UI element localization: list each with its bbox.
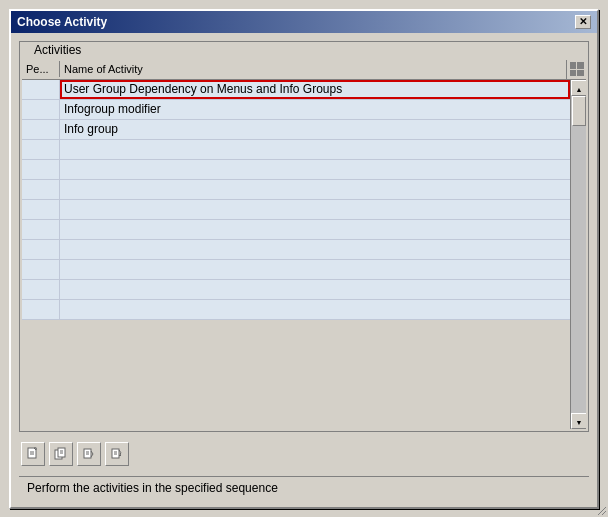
cell-pe-5 xyxy=(22,180,60,199)
resize-icon xyxy=(594,503,606,515)
table-settings-icon[interactable] xyxy=(566,60,586,79)
move-icon xyxy=(82,447,96,461)
cell-name-7 xyxy=(60,220,570,239)
cell-pe-7 xyxy=(22,220,60,239)
cell-name-8 xyxy=(60,240,570,259)
table-row xyxy=(22,300,570,320)
toolbar-btn-1[interactable] xyxy=(21,442,45,466)
title-bar: Choose Activity ✕ xyxy=(11,11,597,33)
arrow-down-icon xyxy=(576,414,583,428)
cell-pe-11 xyxy=(22,300,60,319)
svg-line-15 xyxy=(602,511,606,515)
cell-name-6 xyxy=(60,200,570,219)
cell-name-1: Infogroup modifier xyxy=(60,100,570,119)
cell-pe-2 xyxy=(22,120,60,139)
refresh-icon xyxy=(110,447,124,461)
toolbar-btn-2[interactable] xyxy=(49,442,73,466)
activity-table: Pe... Name of Activity xyxy=(22,60,586,429)
toolbar-btn-4[interactable] xyxy=(105,442,129,466)
scroll-thumb[interactable] xyxy=(572,96,586,126)
cell-pe-4 xyxy=(22,160,60,179)
table-row xyxy=(22,200,570,220)
table-row xyxy=(22,180,570,200)
cell-pe-3 xyxy=(22,140,60,159)
cell-name-3 xyxy=(60,140,570,159)
activities-group: Activities Pe... Name of Activity xyxy=(19,41,589,432)
arrow-up-icon xyxy=(576,81,583,95)
table-rows: User Group Dependency on Menus and Info … xyxy=(22,80,570,429)
copy-icon xyxy=(54,447,68,461)
cell-name-10 xyxy=(60,280,570,299)
table-scroll-area: User Group Dependency on Menus and Info … xyxy=(22,80,586,429)
svg-line-14 xyxy=(598,507,606,515)
dialog-window: Choose Activity ✕ Activities Pe... Name … xyxy=(9,9,599,509)
dialog-title: Choose Activity xyxy=(17,15,107,29)
resize-handle[interactable] xyxy=(594,503,606,515)
table-row xyxy=(22,220,570,240)
toolbar-btn-3[interactable] xyxy=(77,442,101,466)
cell-pe-6 xyxy=(22,200,60,219)
scroll-down-button[interactable] xyxy=(571,413,586,429)
cell-name-4 xyxy=(60,160,570,179)
scroll-up-button[interactable] xyxy=(571,80,586,96)
status-text: Perform the activities in the specified … xyxy=(27,481,278,495)
table-row xyxy=(22,140,570,160)
cell-name-11 xyxy=(60,300,570,319)
vertical-scrollbar xyxy=(570,80,586,429)
dialog-body: Activities Pe... Name of Activity xyxy=(11,33,597,507)
table-header: Pe... Name of Activity xyxy=(22,60,586,80)
table-row xyxy=(22,280,570,300)
group-label: Activities xyxy=(30,41,85,59)
cell-pe-0 xyxy=(22,80,60,99)
toolbar xyxy=(19,438,589,470)
scroll-track[interactable] xyxy=(571,96,586,413)
cell-pe-8 xyxy=(22,240,60,259)
table-row[interactable]: Infogroup modifier xyxy=(22,100,570,120)
col-name-header: Name of Activity xyxy=(60,61,566,77)
new-icon xyxy=(26,447,40,461)
cell-pe-9 xyxy=(22,260,60,279)
table-row[interactable]: User Group Dependency on Menus and Info … xyxy=(22,80,570,100)
cell-name-0: User Group Dependency on Menus and Info … xyxy=(60,80,570,99)
table-row xyxy=(22,260,570,280)
col-pe-header: Pe... xyxy=(22,61,60,77)
table-row xyxy=(22,160,570,180)
cell-name-9 xyxy=(60,260,570,279)
status-bar: Perform the activities in the specified … xyxy=(19,476,589,499)
cell-pe-10 xyxy=(22,280,60,299)
cell-pe-1 xyxy=(22,100,60,119)
table-row xyxy=(22,240,570,260)
cell-name-5 xyxy=(60,180,570,199)
close-button[interactable]: ✕ xyxy=(575,15,591,29)
table-row[interactable]: Info group xyxy=(22,120,570,140)
cell-name-2: Info group xyxy=(60,120,570,139)
